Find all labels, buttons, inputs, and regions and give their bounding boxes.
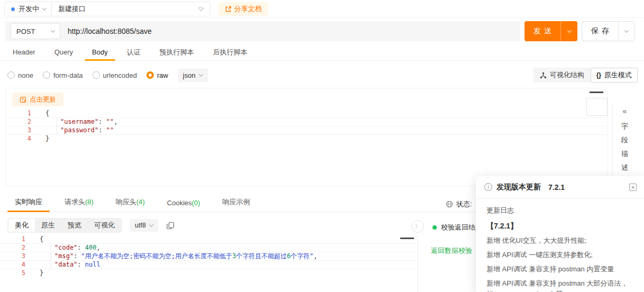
view-raw[interactable]: 原生	[35, 219, 61, 232]
tab-request-headers[interactable]: 请求头(8)	[57, 197, 101, 212]
view-preview[interactable]: 预览	[61, 219, 88, 232]
tab-query[interactable]: Query	[49, 48, 78, 61]
field-description-label[interactable]: 字段描述	[621, 120, 629, 175]
tab-auth[interactable]: 认证	[122, 48, 146, 62]
tab-realtime-response[interactable]: 实时响应	[7, 197, 50, 212]
close-icon[interactable]: ×	[629, 184, 637, 191]
raw-format-select[interactable]: json	[178, 69, 208, 82]
popup-version: 7.2.1	[548, 183, 565, 191]
code-line: 1{	[0, 235, 417, 244]
tab-label: 响应示例	[223, 198, 250, 206]
line-number: 3	[0, 252, 25, 260]
visual-structure-label: 可视化结构	[550, 70, 584, 80]
status-dot-green	[433, 225, 437, 230]
request-body-editor[interactable]: 1{2"username": "",3"password": ""4}	[6, 110, 608, 185]
line-number: 2	[0, 244, 25, 252]
tree-icon	[540, 72, 547, 79]
tab-count: (4)	[136, 198, 145, 206]
code-line: 2"code": 400,	[0, 244, 417, 252]
response-body-editor[interactable]: 1{2"code": 400,3"msg": "用户名不能为空;密码不能为空;用…	[0, 235, 418, 292]
radio-label: urlencoded	[103, 71, 137, 79]
top-bar: 开发中 新建接口 分享文档	[0, 0, 644, 18]
body-type-row: none form-data urlencoded raw json 可视化结构…	[7, 67, 638, 83]
changelog-version-heading: 【7.2.1】	[486, 222, 633, 231]
raw-mode-button[interactable]: {} 原生模式	[591, 68, 638, 83]
field-description-panel: « 字段描述	[612, 105, 637, 184]
code-line: 1{	[6, 110, 608, 118]
code-line: 4"data": null	[0, 261, 417, 269]
method-label: POST	[16, 28, 35, 35]
tab-count: (8)	[85, 198, 94, 206]
api-title-group: 开发中 新建接口	[4, 2, 210, 16]
api-status-select[interactable]: 开发中	[5, 2, 52, 16]
tab-label: 实时响应	[15, 198, 42, 206]
tab-count: (0)	[192, 199, 200, 207]
code-line: 3"password": ""	[6, 126, 608, 135]
tab-response-headers[interactable]: 响应头(4)	[108, 197, 152, 212]
save-button-group: 保存	[582, 21, 634, 41]
request-tabs: Header Query Body 认证 预执行脚本 后执行脚本	[0, 44, 644, 61]
minimap	[590, 92, 603, 93]
radio-icon	[93, 71, 100, 79]
tab-label: 请求头	[65, 198, 85, 206]
encoding-select[interactable]: utf8	[130, 219, 158, 232]
chevron-down-icon	[42, 6, 47, 10]
response-status: 状态:	[446, 199, 472, 209]
tab-cookies[interactable]: Cookies(0)	[160, 199, 208, 212]
validation-link[interactable]: 返回数据校验	[431, 246, 472, 256]
radio-none[interactable]: none	[7, 71, 33, 79]
visual-structure-button[interactable]: 可视化结构	[533, 68, 591, 83]
view-visual[interactable]: 可视化	[88, 219, 121, 232]
click-update-button[interactable]: 点击更新	[12, 93, 63, 106]
edit-icon[interactable]	[197, 5, 205, 13]
minimap	[400, 238, 414, 239]
tab-label: 响应头	[116, 198, 136, 206]
raw-mode-label: 原生模式	[604, 70, 632, 80]
popup-body: 更新日志 【7.2.1】 新增 优化UI交互，大大提升性能;新增 API调试 一…	[476, 198, 644, 292]
line-number: 4	[0, 261, 25, 269]
line-number: 5	[0, 269, 25, 278]
status-label: 状态:	[456, 199, 472, 209]
tab-body[interactable]: Body	[87, 48, 113, 61]
api-title-input[interactable]: 新建接口	[52, 4, 197, 14]
radio-form-data[interactable]: form-data	[43, 71, 83, 79]
collapse-left-icon[interactable]: «	[613, 107, 637, 115]
body-view-toggle: 可视化结构 {} 原生模式	[533, 68, 638, 83]
changelog-item: 新增 API调试 兼容支持 postman 大部分语法，	[486, 279, 633, 288]
save-dropdown[interactable]	[618, 22, 634, 41]
view-beautify[interactable]: 美化	[8, 219, 35, 232]
method-select[interactable]: POST	[11, 23, 60, 39]
share-doc-button[interactable]: 分享文档	[218, 2, 268, 16]
raw-format-label: json	[183, 71, 196, 79]
code-line: 5}	[0, 269, 417, 278]
changelog-item: 如 pm.response.json() 等	[486, 290, 633, 292]
api-status-label: 开发中	[19, 4, 39, 14]
tab-pre-script[interactable]: 预执行脚本	[154, 48, 199, 62]
copy-button[interactable]	[167, 222, 174, 230]
line-number: 3	[6, 126, 31, 134]
changelog-item: 新增 API调试 兼容支持 postman 内置变量	[486, 265, 633, 273]
tab-label: Cookies	[167, 199, 192, 207]
tab-post-script[interactable]: 后执行脚本	[208, 48, 253, 62]
line-number: 1	[6, 110, 31, 117]
minimap-viewport[interactable]	[586, 98, 608, 116]
code-line: 2"username": "",	[6, 118, 608, 126]
url-input[interactable]: http://localhost:8085/save	[68, 27, 152, 35]
changelog-list: 新增 优化UI交互，大大提升性能;新增 API调试 一键压测支持参数化;新增 A…	[486, 236, 633, 292]
tab-response-example[interactable]: 响应示例	[215, 197, 257, 212]
radio-raw[interactable]: raw	[146, 71, 168, 79]
send-button[interactable]: 发送	[525, 21, 577, 41]
radio-icon	[7, 71, 15, 79]
send-dropdown[interactable]	[560, 21, 577, 41]
save-button[interactable]: 保存	[582, 22, 618, 41]
status-dot	[11, 7, 15, 11]
share-doc-label: 分享文档	[234, 4, 262, 14]
radio-urlencoded[interactable]: urlencoded	[93, 71, 137, 79]
chevron-down-icon	[198, 72, 203, 76]
tab-header[interactable]: Header	[7, 48, 41, 61]
validation-title-row: 校验返回结果	[433, 223, 482, 232]
collapse-panel-button[interactable]: 〉	[411, 220, 424, 233]
chevron-down-icon	[51, 28, 55, 32]
globe-icon	[446, 200, 453, 208]
click-update-label: 点击更新	[30, 95, 56, 104]
